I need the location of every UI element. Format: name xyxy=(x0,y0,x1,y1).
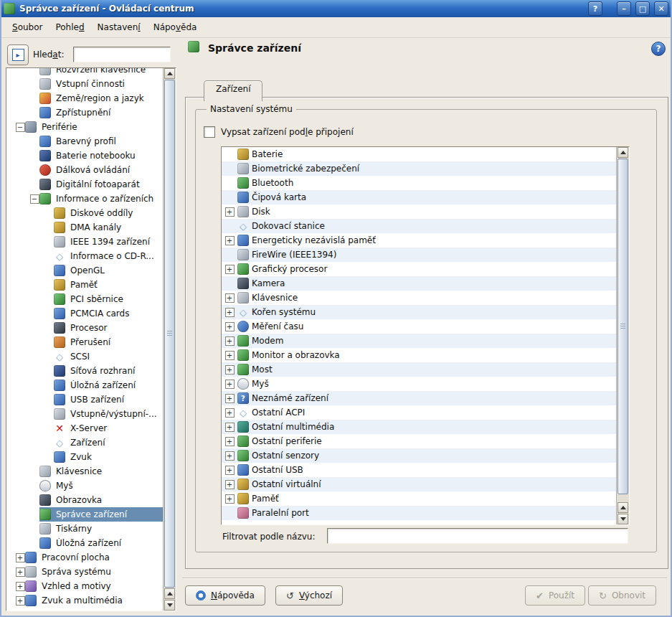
tree-item-opengl[interactable]: OpenGL xyxy=(6,263,164,278)
tree-item-procesor[interactable]: Procesor xyxy=(6,321,164,335)
checkbox-icon[interactable] xyxy=(204,126,215,138)
tree-item-zpristupneni[interactable]: Zpřístupnění xyxy=(6,105,164,120)
device-row-firewire-ieee1394[interactable]: FireWire (IEEE1394) xyxy=(222,248,617,262)
scrollbar-thumb[interactable] xyxy=(164,80,175,588)
scroll-up-button-bottom[interactable] xyxy=(617,502,628,513)
device-expander[interactable]: + xyxy=(224,207,235,217)
tree-item-usb-zarizeni[interactable]: USB zařízení xyxy=(6,392,164,407)
tree-item-x-server[interactable]: X-Server xyxy=(6,421,164,435)
tree-expander[interactable]: − xyxy=(15,123,25,132)
maximize-button[interactable]: □ xyxy=(635,1,650,16)
menu-soubor[interactable]: Soubor xyxy=(6,19,49,36)
close-button[interactable]: ✕ xyxy=(654,1,668,16)
device-expander[interactable]: + xyxy=(224,351,235,360)
tree-expander[interactable]: + xyxy=(15,582,25,591)
tree-expander[interactable]: − xyxy=(29,194,39,204)
device-expander[interactable]: + xyxy=(224,265,235,274)
tree-item-pcmcia-cards[interactable]: PCMCIA cards xyxy=(6,306,164,321)
tree-item-zeme-region-a-jazyk[interactable]: Země/region a jazyk xyxy=(6,91,164,105)
scrollbar-thumb[interactable] xyxy=(617,159,628,494)
tree-item-diskove-oddily[interactable]: Diskové oddíly xyxy=(6,206,164,220)
tree-item-zvuk-a-multimedia[interactable]: +Zvuk a multimédia xyxy=(6,593,164,608)
device-row-most[interactable]: +Most xyxy=(222,362,617,377)
minimize-button[interactable]: – xyxy=(617,1,631,16)
menu-napoveda[interactable]: Nápověda xyxy=(147,19,204,36)
device-row-ostatni-usb[interactable]: +Ostatní USB xyxy=(222,463,617,477)
device-row-cipova-karta[interactable]: Čipová karta xyxy=(222,190,617,204)
device-expander[interactable]: + xyxy=(224,494,235,504)
device-row-ostatni-senzory[interactable]: +Ostatní senzory xyxy=(222,448,617,463)
menu-pohled[interactable]: Pohled xyxy=(49,19,90,36)
device-row-mys[interactable]: +Myš xyxy=(222,377,617,391)
tree-item-vstupni-cinnosti[interactable]: Vstupní činnosti xyxy=(6,77,164,91)
device-row-ostatni-multimedia[interactable]: +Ostatní multimédia xyxy=(222,420,617,434)
tree-item-tiskarny[interactable]: Tiskárny xyxy=(6,522,164,536)
scroll-down-button[interactable] xyxy=(164,600,175,611)
titlebar[interactable]: Správce zařízení - Ovládací centrum ? – … xyxy=(0,0,672,17)
list-by-connection-option[interactable]: Vypsat zařízení podle připojení xyxy=(204,126,354,138)
tree-item-obrazovka[interactable]: Obrazovka xyxy=(6,493,164,507)
tree-item-sprava-systemu[interactable]: +Správa systému xyxy=(6,565,164,579)
tree-item-dma-kanaly[interactable]: DMA kanály xyxy=(6,220,164,235)
tree-item-digitalni-fotoaparat[interactable]: Digitální fotoaparát xyxy=(6,177,164,192)
tree-item-vzhled-a-motivy[interactable]: +Vzhled a motivy xyxy=(6,579,164,593)
tree-item-ulozna-zarizeni[interactable]: Úložná zařízení xyxy=(6,536,164,550)
device-list-scrollbar[interactable] xyxy=(616,147,629,524)
apply-button[interactable]: ✔ Použít xyxy=(525,585,585,606)
device-row-dokovaci-stanice[interactable]: Dokovací stanice xyxy=(222,219,617,233)
reset-button[interactable]: ↻ Obnovit xyxy=(588,585,656,606)
device-expander[interactable]: + xyxy=(224,365,235,375)
tree-expander[interactable]: + xyxy=(15,553,25,562)
whats-this-help-button[interactable]: ? xyxy=(651,42,666,56)
device-row-nezname-zarizeni[interactable]: +Neznámé zařízení xyxy=(222,391,617,405)
defaults-button[interactable]: ↺ Výchozí xyxy=(275,585,343,606)
device-expander[interactable]: + xyxy=(224,394,235,403)
device-row-klavesnice[interactable]: +Klávesnice xyxy=(222,291,617,305)
tree-item-klavesnice[interactable]: Klávesnice xyxy=(6,464,164,479)
device-expander[interactable]: + xyxy=(224,336,235,346)
scroll-up-button-bottom[interactable] xyxy=(164,588,175,599)
device-row-ostatni-acpi[interactable]: +Ostatní ACPI xyxy=(222,405,617,420)
scroll-up-button[interactable] xyxy=(617,147,628,158)
scroll-up-button[interactable] xyxy=(164,68,175,79)
device-row-bluetooth[interactable]: Bluetooth xyxy=(222,176,617,190)
tree-expander[interactable]: + xyxy=(15,596,25,606)
device-expander[interactable]: + xyxy=(224,437,235,446)
tree-item-barevny-profil[interactable]: Barevný profil xyxy=(6,134,164,149)
device-row-energeticky-nezavisla-pamet[interactable]: +Energeticky nezávislá paměť xyxy=(222,233,617,248)
tree-item-zvuk[interactable]: Zvuk xyxy=(6,450,164,464)
tree-item-pci-sbernice[interactable]: PCI sběrnice xyxy=(6,292,164,306)
tree-item-dalkova-ovladani[interactable]: Dálková ovládání xyxy=(6,163,164,177)
tree-item-vstupne-vystupni[interactable]: Vstupně/výstupní-... xyxy=(6,407,164,421)
device-row-pamet[interactable]: +Paměť xyxy=(222,491,617,506)
device-row-mereni-casu[interactable]: +Měření času xyxy=(222,319,617,334)
tree-item-pracovni-plocha[interactable]: +Pracovní plocha xyxy=(6,550,164,565)
titlebar-help-button[interactable]: ? xyxy=(588,1,602,16)
tree-item-sitova-rozhrani[interactable]: Síťová rozhraní xyxy=(6,364,164,378)
device-expander[interactable]: + xyxy=(224,236,235,245)
device-expander[interactable]: + xyxy=(224,408,235,418)
device-row-koren-systemu[interactable]: +Kořen systému xyxy=(222,305,617,319)
device-expander[interactable]: + xyxy=(224,423,235,432)
tree-item-rozvrzeni-klavesnice[interactable]: Rozvržení klávesnice xyxy=(6,67,164,77)
device-expander[interactable]: + xyxy=(224,293,235,303)
tree-item-ieee-1394-zarizeni[interactable]: IEEE 1394 zařízení xyxy=(6,235,164,249)
device-row-paralelni-port[interactable]: Paralelní port xyxy=(222,506,617,520)
tree-item-periferie[interactable]: −Periférie xyxy=(6,120,164,134)
device-row-ostatni-periferie[interactable]: +Ostatní periferie xyxy=(222,434,617,448)
device-expander[interactable]: + xyxy=(224,480,235,489)
tree-scrollbar[interactable] xyxy=(163,68,176,611)
tree-item-zarizeni[interactable]: Zařízení xyxy=(6,435,164,450)
tree-item-pamet[interactable]: Paměť xyxy=(6,278,164,292)
search-input[interactable] xyxy=(73,47,171,62)
tree-item-preruseni[interactable]: Přerušení xyxy=(6,335,164,349)
tree-item-spravce-zarizeni[interactable]: Správce zařízení xyxy=(6,507,164,522)
tree-item-informace-o-zarizenich[interactable]: −Informace o zařízeních xyxy=(6,192,164,206)
device-expander[interactable]: + xyxy=(224,466,235,475)
device-expander[interactable]: + xyxy=(224,322,235,331)
tab-zarizeni[interactable]: Zařízení xyxy=(204,80,262,101)
device-expander[interactable]: + xyxy=(224,380,235,389)
device-row-disk[interactable]: +Disk xyxy=(222,204,617,219)
menu-nastaveni[interactable]: Nastavení xyxy=(91,19,147,36)
scroll-down-button[interactable] xyxy=(617,514,628,524)
